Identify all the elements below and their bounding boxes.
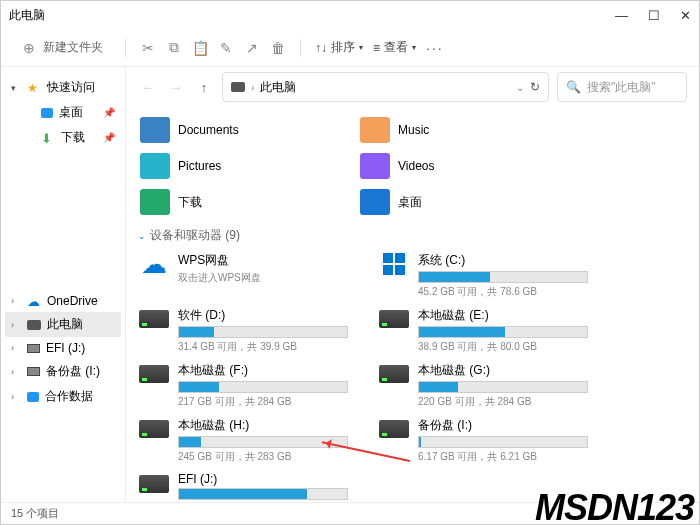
drive-name: 本地磁盘 (F:) [178, 362, 348, 379]
forward-button[interactable]: → [166, 77, 186, 97]
chevron-down-icon: ⌄ [138, 231, 146, 241]
sidebar-item-onedrive[interactable]: › ☁ OneDrive [5, 290, 121, 312]
copy-icon[interactable]: ⧉ [166, 40, 182, 56]
folder-item[interactable]: Documents [138, 115, 318, 145]
usage-bar [418, 436, 588, 448]
drive-item[interactable]: 系统 (C:)45.2 GB 可用，共 78.6 GB [378, 252, 588, 299]
disk-icon [139, 310, 169, 328]
close-button[interactable]: ✕ [680, 8, 691, 23]
address-input[interactable]: › 此电脑 ⌄ ↻ [222, 72, 549, 102]
cut-icon[interactable]: ✂ [140, 40, 156, 56]
drive-item[interactable]: 本地磁盘 (G:)220 GB 可用，共 284 GB [378, 362, 588, 409]
star-icon: ★ [27, 81, 41, 95]
windows-icon [383, 253, 405, 275]
drive-space: 217 GB 可用，共 284 GB [178, 395, 348, 409]
sidebar-item-desktop[interactable]: 桌面 📌 [19, 100, 121, 125]
titlebar: 此电脑 — ☐ ✕ [1, 1, 699, 29]
folder-icon [140, 153, 170, 179]
back-button[interactable]: ← [138, 77, 158, 97]
sidebar-item-thispc[interactable]: › 此电脑 [5, 312, 121, 337]
view-button[interactable]: ≡ 查看 ▾ [373, 39, 416, 56]
sidebar-item-share[interactable]: › 合作数据 [5, 384, 121, 409]
disk-icon [27, 344, 40, 353]
search-input[interactable]: 🔍 搜索"此电脑" [557, 72, 687, 102]
folder-icon [360, 153, 390, 179]
separator [125, 39, 126, 57]
chevron-right-icon: › [11, 296, 21, 306]
sidebar-item-efi[interactable]: › EFI (J:) [5, 337, 121, 359]
disk-icon [139, 475, 169, 493]
pc-icon [27, 320, 41, 330]
drive-space: 220 GB 可用，共 284 GB [418, 395, 588, 409]
chevron-right-icon: › [11, 367, 21, 377]
chevron-down-icon: ▾ [359, 43, 363, 52]
chevron-right-icon: › [11, 343, 21, 353]
drive-item[interactable]: ☁WPS网盘双击进入WPS网盘 [138, 252, 348, 299]
pc-icon [231, 82, 245, 92]
folder-icon [140, 189, 170, 215]
breadcrumb[interactable]: 此电脑 [260, 79, 296, 96]
drive-space: 245 GB 可用，共 283 GB [178, 450, 348, 464]
folder-item[interactable]: 下载 [138, 187, 318, 217]
folder-icon [360, 117, 390, 143]
drive-name: 本地磁盘 (G:) [418, 362, 588, 379]
pin-icon: 📌 [103, 132, 115, 143]
drive-name: 备份盘 (I:) [418, 417, 588, 434]
drive-name: 本地磁盘 (H:) [178, 417, 348, 434]
drive-item[interactable]: 备份盘 (I:)6.17 GB 可用，共 6.21 GB [378, 417, 588, 464]
folder-item[interactable]: Music [358, 115, 538, 145]
chevron-down-icon[interactable]: ⌄ [516, 82, 524, 93]
sidebar-label: 快速访问 [47, 79, 115, 96]
status-bar: 15 个项目 [1, 502, 699, 524]
delete-icon[interactable]: 🗑 [270, 40, 286, 56]
usage-bar [418, 271, 588, 283]
drive-name: 软件 (D:) [178, 307, 348, 324]
sidebar-label: 合作数据 [45, 388, 115, 405]
sidebar-label: 下载 [61, 129, 97, 146]
sort-button[interactable]: ↑↓ 排序 ▾ [315, 39, 363, 56]
chevron-right-icon: › [251, 82, 254, 93]
folder-item[interactable]: Pictures [138, 151, 318, 181]
folder-label: Music [398, 123, 429, 137]
sidebar: ▾ ★ 快速访问 桌面 📌 ⬇ 下载 📌 [1, 67, 126, 502]
share-icon[interactable]: ↗ [244, 40, 260, 56]
sort-icon: ↑↓ [315, 41, 327, 55]
drive-item[interactable]: 软件 (D:)31.4 GB 可用，共 39.9 GB [138, 307, 348, 354]
usage-bar [178, 488, 348, 500]
sidebar-label: 备份盘 (I:) [46, 363, 115, 380]
folder-label: 下载 [178, 194, 202, 211]
rename-icon[interactable]: ✎ [218, 40, 234, 56]
new-folder-button[interactable]: ⊕ 新建文件夹 [13, 35, 111, 60]
separator [300, 39, 301, 57]
drive-item[interactable]: 本地磁盘 (H:)245 GB 可用，共 283 GB [138, 417, 348, 464]
maximize-button[interactable]: ☐ [648, 8, 660, 23]
disk-icon [379, 420, 409, 438]
search-icon: 🔍 [566, 80, 581, 94]
more-button[interactable]: ··· [426, 40, 444, 56]
drive-space: 双击进入WPS网盘 [178, 271, 348, 285]
drive-space: 31.4 GB 可用，共 39.9 GB [178, 340, 348, 354]
cloud-icon: ☁ [27, 294, 41, 308]
drive-space: 45.2 GB 可用，共 78.6 GB [418, 285, 588, 299]
sidebar-item-downloads[interactable]: ⬇ 下载 📌 [19, 125, 121, 150]
drive-item[interactable]: 本地磁盘 (F:)217 GB 可用，共 284 GB [138, 362, 348, 409]
section-header-devices[interactable]: ⌄ 设备和驱动器 (9) [138, 227, 687, 244]
sidebar-item-backup[interactable]: › 备份盘 (I:) [5, 359, 121, 384]
drive-space: 6.17 GB 可用，共 6.21 GB [418, 450, 588, 464]
sidebar-item-quickaccess[interactable]: ▾ ★ 快速访问 [5, 75, 121, 100]
drive-item[interactable]: 本地磁盘 (E:)38.9 GB 可用，共 80.0 GB [378, 307, 588, 354]
folder-item[interactable]: 桌面 [358, 187, 538, 217]
disk-icon [379, 310, 409, 328]
paste-icon[interactable]: 📋 [192, 40, 208, 56]
minimize-button[interactable]: — [615, 8, 628, 23]
up-button[interactable]: ↑ [194, 77, 214, 97]
drive-name: EFI (J:) [178, 472, 348, 486]
usage-bar [178, 381, 348, 393]
drive-item[interactable]: EFI (J:)109 MB 可用，共 449 MB [138, 472, 348, 502]
drive-space: 38.9 GB 可用，共 80.0 GB [418, 340, 588, 354]
refresh-button[interactable]: ↻ [530, 80, 540, 94]
download-icon: ⬇ [41, 131, 55, 145]
disk-icon [27, 367, 40, 376]
folder-item[interactable]: Videos [358, 151, 538, 181]
sidebar-label: OneDrive [47, 294, 115, 308]
